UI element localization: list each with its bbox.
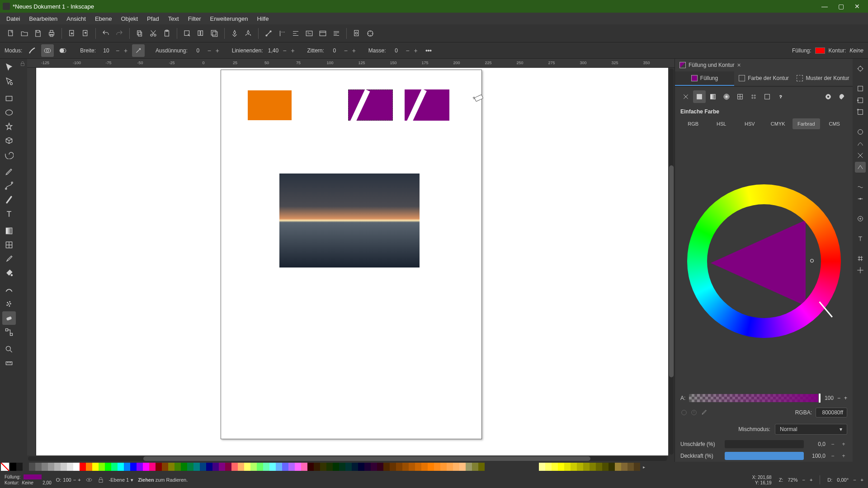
paint-swatch-button[interactable] bbox=[761, 90, 774, 103]
palette-swatch[interactable] bbox=[602, 463, 609, 471]
rect-tool[interactable] bbox=[2, 92, 16, 105]
palette-swatch[interactable] bbox=[428, 463, 434, 471]
palette-swatch[interactable] bbox=[577, 463, 583, 471]
opacity-slider[interactable] bbox=[725, 452, 804, 460]
export-button[interactable] bbox=[79, 27, 92, 40]
palette-swatch[interactable] bbox=[61, 463, 67, 471]
palette-swatch[interactable] bbox=[137, 463, 143, 471]
pressure-width-button[interactable] bbox=[132, 44, 145, 57]
group-button[interactable] bbox=[262, 27, 275, 40]
palette-swatch[interactable] bbox=[552, 463, 558, 471]
status-opacity-val[interactable]: 100 bbox=[63, 477, 71, 483]
palette-swatch[interactable] bbox=[333, 463, 339, 471]
spiral-tool[interactable] bbox=[2, 148, 16, 161]
palette-swatch[interactable] bbox=[193, 463, 200, 471]
palette-swatch[interactable] bbox=[99, 463, 105, 471]
status-opacity-inc[interactable]: + bbox=[78, 477, 80, 483]
palette-swatch[interactable] bbox=[263, 463, 269, 471]
colortab-hsl[interactable]: HSL bbox=[708, 118, 736, 129]
dropper-tool[interactable] bbox=[2, 252, 16, 266]
measure-tool[interactable] bbox=[2, 357, 16, 370]
blur-inc[interactable]: + bbox=[840, 441, 847, 447]
palette-swatch[interactable] bbox=[345, 463, 352, 471]
palette-swatch[interactable] bbox=[545, 463, 552, 471]
palette-swatch[interactable] bbox=[92, 463, 99, 471]
palette-swatch[interactable] bbox=[16, 463, 23, 471]
alpha-value[interactable]: 100 bbox=[825, 395, 834, 401]
palette-swatch[interactable] bbox=[383, 463, 390, 471]
palette-swatch[interactable] bbox=[276, 463, 282, 471]
palette-swatch[interactable] bbox=[269, 463, 276, 471]
opacity-dec[interactable]: − bbox=[829, 453, 836, 459]
rotation-dec[interactable]: − bbox=[853, 477, 856, 483]
doc-props-button[interactable] bbox=[364, 27, 377, 40]
snap-bbox-corner-button[interactable] bbox=[855, 107, 866, 117]
menu-filter[interactable]: Filter bbox=[184, 14, 206, 24]
palette-swatch[interactable] bbox=[244, 463, 250, 471]
menu-text[interactable]: Text bbox=[164, 14, 184, 24]
linienenden-spinner[interactable]: 1,40−+ bbox=[267, 47, 297, 54]
cut-button[interactable] bbox=[147, 27, 160, 40]
colortab-rgb[interactable]: RGB bbox=[679, 118, 707, 129]
paint-flat-button[interactable] bbox=[693, 90, 706, 103]
mesh-tool[interactable] bbox=[2, 238, 16, 252]
vertical-scrollbar[interactable] bbox=[668, 68, 675, 455]
palette-swatch[interactable] bbox=[282, 463, 288, 471]
palette-swatch[interactable] bbox=[288, 463, 295, 471]
opacity-inc[interactable]: + bbox=[840, 453, 847, 459]
clone-button[interactable] bbox=[242, 27, 255, 40]
palette-swatch[interactable] bbox=[295, 463, 301, 471]
eyedropper-icon[interactable] bbox=[700, 409, 708, 416]
new-doc-button[interactable] bbox=[5, 27, 17, 40]
palette-swatch[interactable] bbox=[54, 463, 61, 471]
palette-swatch[interactable] bbox=[86, 463, 92, 471]
snap-bbox-edge-button[interactable] bbox=[855, 95, 866, 106]
palette-swatch[interactable] bbox=[181, 463, 187, 471]
mode-union-button[interactable] bbox=[41, 44, 54, 57]
snap-smooth-button[interactable] bbox=[855, 182, 866, 192]
menu-ebene[interactable]: Ebene bbox=[90, 14, 117, 24]
paint-mesh-button[interactable] bbox=[734, 90, 746, 103]
bezier-tool[interactable] bbox=[2, 179, 16, 192]
purple-rect-1[interactable] bbox=[348, 89, 393, 121]
ungroup-button[interactable] bbox=[276, 27, 288, 40]
color-wheel-area[interactable] bbox=[675, 131, 853, 391]
gradient-tool[interactable] bbox=[2, 224, 16, 238]
palette-swatch[interactable] bbox=[634, 463, 640, 471]
palette-swatch[interactable] bbox=[339, 463, 345, 471]
breite-spinner[interactable]: 10−+ bbox=[99, 47, 129, 54]
palette-swatch[interactable] bbox=[111, 463, 118, 471]
palette-swatch[interactable] bbox=[571, 463, 577, 471]
palette-swatch[interactable] bbox=[175, 463, 181, 471]
blur-slider[interactable] bbox=[725, 440, 804, 448]
snap-master-button[interactable] bbox=[855, 63, 866, 74]
snap-text-button[interactable] bbox=[855, 233, 866, 244]
undo-button[interactable] bbox=[99, 27, 112, 40]
star-tool[interactable] bbox=[2, 120, 16, 133]
palette-swatch[interactable] bbox=[168, 463, 175, 471]
paint-linear-button[interactable] bbox=[707, 90, 719, 103]
palette-swatch[interactable] bbox=[396, 463, 402, 471]
zoom-dec[interactable]: − bbox=[802, 477, 805, 483]
palette-swatch[interactable] bbox=[118, 463, 124, 471]
duplicate-button[interactable] bbox=[228, 27, 241, 40]
mode-brush-button[interactable] bbox=[26, 44, 38, 57]
print-button[interactable] bbox=[45, 27, 58, 40]
palette-swatch[interactable] bbox=[627, 463, 634, 471]
align-button[interactable] bbox=[289, 27, 302, 40]
palette-swatch[interactable] bbox=[326, 463, 333, 471]
palette-swatch[interactable] bbox=[200, 463, 206, 471]
palette-swatch[interactable] bbox=[358, 463, 364, 471]
palette-swatch[interactable] bbox=[609, 463, 615, 471]
snap-guide-button[interactable] bbox=[855, 265, 866, 276]
menu-objekt[interactable]: Objekt bbox=[116, 14, 142, 24]
palette-swatch[interactable] bbox=[478, 463, 485, 471]
zoom-tool[interactable] bbox=[2, 343, 16, 356]
3dbox-tool[interactable] bbox=[2, 134, 16, 147]
palette-swatch[interactable] bbox=[23, 463, 29, 471]
redo-button[interactable] bbox=[113, 27, 126, 40]
paint-unknown-button[interactable]: ? bbox=[774, 90, 787, 103]
horizontal-ruler[interactable]: -125-100-75-50-2502550751001251501752002… bbox=[27, 59, 675, 68]
tab-fill[interactable]: Füllung bbox=[675, 71, 734, 86]
sunset-image[interactable] bbox=[279, 174, 420, 267]
